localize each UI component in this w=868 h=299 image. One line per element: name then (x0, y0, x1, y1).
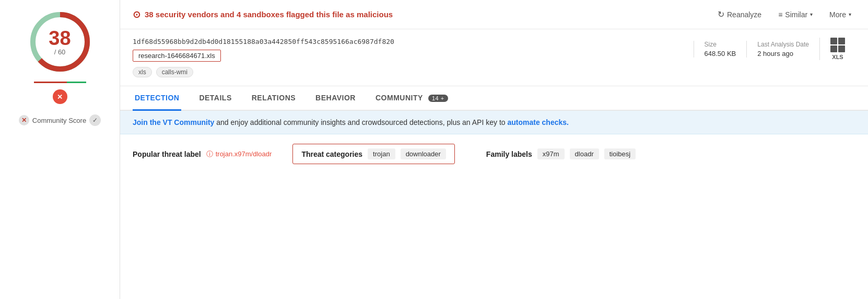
top-header: ⊙ 38 security vendors and 4 sandboxes fl… (120, 0, 868, 29)
family-tag-x97m[interactable]: x97m (537, 148, 565, 159)
reanalyze-button[interactable]: ↻ Reanalyze (713, 7, 766, 21)
alert-text: 38 security vendors and 4 sandboxes flag… (145, 10, 393, 19)
xls-label: XLS (832, 54, 843, 60)
file-hash: 1df68d55968bb9d2db4d0d18155188a03a442850… (133, 38, 694, 45)
similar-label: Similar (785, 10, 807, 19)
size-value: 648.50 KB (705, 50, 736, 58)
score-total: / 60 (49, 48, 71, 56)
reanalyze-icon: ↻ (718, 9, 724, 19)
score-number: 38 (49, 28, 71, 48)
alert-banner: ⊙ 38 security vendors and 4 sandboxes fl… (133, 9, 393, 20)
tab-details[interactable]: DETAILS (197, 86, 233, 111)
xls-cell-2 (838, 38, 845, 44)
popular-threat-value: trojan.x97m/dloadr (216, 150, 272, 158)
community-score-check-icon: ✓ (89, 114, 101, 126)
file-name: research-1646684671.xls (133, 50, 221, 62)
xls-grid (830, 38, 845, 52)
popular-threat-label: Popular threat label (133, 150, 201, 158)
community-score-x-icon: ✕ (19, 115, 29, 125)
more-chevron-icon: ▾ (849, 12, 851, 17)
xls-cell-4 (838, 45, 845, 52)
tab-detection[interactable]: DETECTION (133, 86, 181, 111)
threat-cat-downloader[interactable]: downloader (401, 148, 446, 159)
bottom-info-row: Popular threat label ⓘ trojan.x97m/dload… (120, 134, 868, 174)
family-labels-label: Family labels (486, 150, 532, 158)
family-labels-block: Family labels x97m dloadr tioibesj (486, 148, 636, 159)
analysis-date-value: 2 hours ago (757, 50, 809, 58)
tag-calls-wmi[interactable]: calls-wmi (156, 67, 193, 77)
analysis-date-label: Last Analysis Date (757, 41, 809, 48)
tag-xls[interactable]: xls (133, 67, 152, 77)
score-bar (34, 82, 86, 83)
xls-cell-1 (830, 38, 837, 44)
family-tag-dloadr[interactable]: dloadr (570, 148, 599, 159)
tab-community[interactable]: COMMUNITY 14 + (373, 86, 450, 111)
file-size-block: Size 648.50 KB (694, 41, 747, 58)
similar-button[interactable]: ≡ Similar ▾ (774, 8, 817, 21)
more-label: More (829, 10, 846, 19)
threat-cat-trojan[interactable]: trojan (368, 148, 395, 159)
banner-middle-text: and enjoy additional community insights … (216, 118, 507, 126)
file-meta-right: Size 648.50 KB Last Analysis Date 2 hour… (694, 38, 855, 60)
tags-row: xls calls-wmi (133, 67, 694, 77)
threat-info-icon: ⓘ (206, 150, 213, 159)
popular-threat-block: Popular threat label ⓘ trojan.x97m/dload… (133, 150, 292, 159)
popular-threat-value-block: ⓘ trojan.x97m/dloadr (206, 150, 272, 159)
xls-cell-3 (830, 45, 837, 52)
family-tag-tioibesj[interactable]: tioibesj (604, 148, 636, 159)
threat-categories-block: Threat categories trojan downloader (292, 144, 454, 164)
alert-icon: ⊙ (133, 9, 140, 20)
score-circle: 38 / 60 (29, 10, 91, 73)
header-actions: ↻ Reanalyze ≡ Similar ▾ More ▾ (713, 7, 855, 21)
analysis-date-block: Last Analysis Date 2 hours ago (746, 41, 819, 58)
score-text: 38 / 60 (49, 28, 71, 56)
community-banner: Join the VT Community and enjoy addition… (120, 111, 868, 134)
community-score-label: Community Score (32, 117, 86, 124)
score-panel: 38 / 60 ✕ ✕ Community Score ✓ (0, 0, 120, 299)
tabs-section: DETECTION DETAILS RELATIONS BEHAVIOR COM… (120, 86, 868, 111)
reanalyze-label: Reanalyze (727, 10, 761, 19)
community-score-row: ✕ Community Score ✓ (19, 114, 101, 126)
content-area: ⊙ 38 security vendors and 4 sandboxes fl… (120, 0, 868, 299)
tab-relations[interactable]: RELATIONS (250, 86, 298, 111)
file-info-section: 1df68d55968bb9d2db4d0d18155188a03a442850… (120, 29, 868, 86)
file-type-icon: XLS (819, 38, 855, 60)
similar-chevron-icon: ▾ (810, 12, 813, 17)
tab-behavior[interactable]: BEHAVIOR (313, 86, 358, 111)
community-badge: 14 + (428, 95, 448, 102)
threat-categories-label: Threat categories (301, 150, 362, 158)
join-community-link[interactable]: Join the VT Community (133, 118, 214, 126)
file-details-left: 1df68d55968bb9d2db4d0d18155188a03a442850… (133, 38, 694, 77)
malicious-icon: ✕ (53, 89, 67, 104)
size-label: Size (705, 41, 736, 48)
more-button[interactable]: More ▾ (825, 8, 855, 21)
automate-checks-link[interactable]: automate checks. (507, 118, 569, 126)
similar-icon: ≡ (778, 10, 782, 19)
